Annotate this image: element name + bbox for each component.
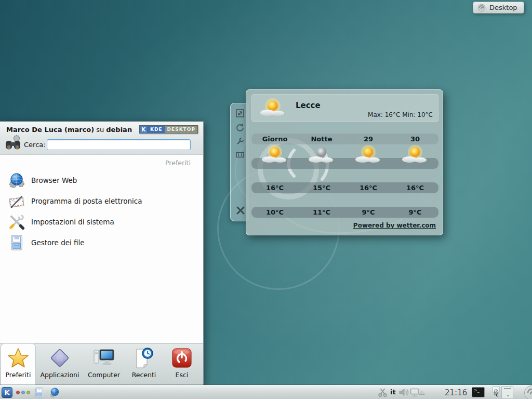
weather-credit-link[interactable]: Powered by wetter.com xyxy=(353,222,436,229)
menu-item-email[interactable]: Programma di posta elettronica xyxy=(0,191,203,211)
menu-item-label: Programma di posta elettronica xyxy=(31,197,142,205)
pager-widget[interactable] xyxy=(501,386,513,399)
weather-city-icon xyxy=(257,96,289,122)
tray-expander-arrow-icon[interactable] xyxy=(419,390,425,394)
keyboard-layout-indicator[interactable]: it xyxy=(390,388,396,396)
weather-high-temps-row: 16°C 15°C 16°C 16°C xyxy=(251,182,438,193)
user-host-connector: su xyxy=(96,126,104,134)
kickoff-header: Marco De Luca (marco) su debian K KDE DE… xyxy=(0,122,203,137)
clipboard-scissors-icon[interactable] xyxy=(378,388,388,397)
desktop-toolbox-button[interactable]: Desktop xyxy=(473,2,524,14)
rotate-icon[interactable] xyxy=(235,123,245,132)
high-temp: 16°C xyxy=(251,182,298,193)
volume-icon[interactable] xyxy=(398,388,410,397)
kde-badge-text: KDE xyxy=(148,126,165,133)
weather-low-temps-row: 10°C 11°C 9°C 9°C xyxy=(251,207,438,218)
kickoff-tab-bar: Preferiti Applicazioni Compute xyxy=(0,343,203,385)
tab-label: Computer xyxy=(88,371,120,379)
pager-window-mark xyxy=(504,388,511,389)
tab-label: Esci xyxy=(176,371,189,379)
weather-tray-icon[interactable]: °C xyxy=(491,386,501,399)
kde-desktop-badge: K KDE DESKTOP xyxy=(139,125,198,134)
cashew-icon xyxy=(525,386,532,399)
low-temp: 9°C xyxy=(392,207,438,218)
menu-item-file-manager[interactable]: Gestore dei file xyxy=(0,232,203,253)
kickoff-favorites-list: Preferiti Browser Web xyxy=(0,154,203,343)
tab-label: Applicazioni xyxy=(41,371,79,379)
menu-item-label: Impostazioni di sistema xyxy=(31,218,114,226)
power-icon xyxy=(171,347,193,369)
kickoff-menu: Marco De Luca (marco) su debian K KDE DE… xyxy=(0,121,204,384)
weather-column-label: 29 xyxy=(345,134,392,144)
low-temp: 11°C xyxy=(298,207,345,218)
applications-icon xyxy=(49,347,71,369)
kde-logo-icon: K xyxy=(140,126,148,133)
activity-dot-green[interactable] xyxy=(26,391,30,394)
activity-dot-blue[interactable] xyxy=(21,391,25,394)
low-temp: 10°C xyxy=(251,207,298,218)
weather-minmax: Max: 16°C Min: 10°C xyxy=(368,111,433,118)
email-icon xyxy=(8,193,25,209)
file-manager-launcher-icon[interactable] xyxy=(34,387,45,398)
moon-cloud-icon xyxy=(304,143,339,167)
tab-preferiti[interactable]: Preferiti xyxy=(0,347,39,384)
host-name: debian xyxy=(106,126,132,134)
menu-item-label: Gestore dei file xyxy=(31,238,85,247)
weather-header: Lecce Max: 16°C Min: 10°C xyxy=(251,94,438,122)
file-manager-icon xyxy=(8,234,25,251)
computer-icon xyxy=(93,347,115,369)
menu-item-browser[interactable]: Browser Web xyxy=(0,170,203,191)
close-icon[interactable] xyxy=(235,205,246,216)
search-binoculars-icon xyxy=(4,134,22,154)
menu-item-label: Browser Web xyxy=(31,176,77,184)
activity-dot-red[interactable] xyxy=(16,391,20,394)
user-name: Marco De Luca (marco) xyxy=(6,126,94,134)
device-monitor-icon[interactable] xyxy=(410,388,419,397)
terminal-tray-icon[interactable]: >_ xyxy=(472,387,485,397)
search-input[interactable] xyxy=(47,139,191,150)
weather-column-label: 30 xyxy=(392,134,438,144)
tab-computer[interactable]: Computer xyxy=(83,347,125,384)
panel-toolbox-cashew[interactable] xyxy=(524,385,532,399)
favorites-section-header: Preferiti xyxy=(165,159,191,167)
weather-widget: Lecce Max: 16°C Min: 10°C Giorno Notte 2… xyxy=(246,89,443,235)
tab-label: Preferiti xyxy=(6,371,31,379)
configure-icon[interactable] xyxy=(235,137,245,146)
desktop-background: Desktop xyxy=(0,0,532,399)
desktop-badge-text: DESKTOP xyxy=(165,126,197,133)
tab-recenti[interactable]: Recenti xyxy=(123,347,165,384)
tab-applicazioni[interactable]: Applicazioni xyxy=(39,347,81,384)
cashew-icon xyxy=(477,4,486,12)
digital-clock[interactable]: 21:16 xyxy=(445,388,467,397)
search-label: Cerca: xyxy=(24,141,46,149)
tab-esci[interactable]: Esci xyxy=(161,347,203,384)
sun-cloud-icon xyxy=(398,143,432,167)
sun-cloud-icon xyxy=(351,143,385,167)
weather-column-label: Giorno xyxy=(251,134,298,144)
desktop-toolbox-label: Desktop xyxy=(489,4,517,11)
high-temp: 15°C xyxy=(298,182,345,193)
weather-column-label: Notte xyxy=(298,134,345,144)
kde-menu-launcher-button[interactable]: K xyxy=(2,387,12,398)
weather-columns-row: Giorno Notte 29 30 xyxy=(251,134,438,144)
web-browser-icon xyxy=(8,172,25,189)
high-temp: 16°C xyxy=(392,182,438,193)
menu-item-system-settings[interactable]: Impostazioni di sistema xyxy=(0,211,203,232)
taskbar-panel: K it 21:16 xyxy=(0,385,532,399)
star-icon xyxy=(7,347,29,369)
sun-cloud-icon xyxy=(258,143,292,167)
tab-label: Recenti xyxy=(132,371,156,379)
weather-city: Lecce xyxy=(296,101,321,110)
high-temp: 16°C xyxy=(345,182,392,193)
no-data-icon xyxy=(493,386,500,393)
shortcut-icon[interactable] xyxy=(235,150,245,159)
web-browser-launcher-icon[interactable] xyxy=(49,387,60,398)
low-temp: 9°C xyxy=(345,207,392,218)
kickoff-search-row: Cerca: xyxy=(0,137,203,154)
resize-icon[interactable] xyxy=(235,109,245,118)
recent-documents-icon xyxy=(133,347,155,369)
pager-window-mark xyxy=(507,395,509,396)
system-settings-icon xyxy=(8,214,25,230)
